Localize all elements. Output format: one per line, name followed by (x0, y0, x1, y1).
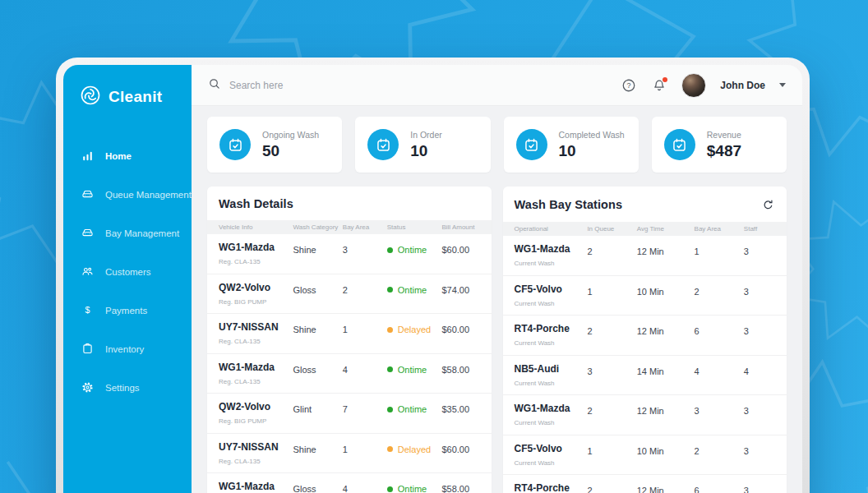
bill-amount: $35.00 (441, 401, 479, 414)
column-header: Wash Category (293, 223, 342, 231)
main-area: ? John Doe Ongoing Wa (192, 65, 802, 493)
wash-details-columns: Vehicle InfoWash CategoryBay AreaStatusB… (207, 220, 492, 234)
bay-area: 2 (695, 283, 744, 297)
status-dot (387, 366, 393, 372)
station-info: CF5-VolvoCurrent Wash (515, 283, 588, 307)
calendar-check-icon (664, 129, 695, 160)
bar-chart-icon (81, 149, 95, 163)
wash-bay-stations-card: Wash Bay Stations OperationalIn QueueAvg… (503, 187, 787, 493)
topbar: ? John Doe (192, 65, 802, 106)
sidebar-item-label: Settings (105, 383, 140, 393)
wash-category: Gloss (293, 362, 342, 375)
vehicle-info: UY7-NISSANReg. CLA-135 (219, 321, 293, 345)
sidebar-item-label: Bay Management (105, 228, 179, 238)
sidebar-item-settings[interactable]: Settings (63, 368, 192, 407)
topbar-actions: ? John Doe (621, 73, 786, 98)
status-dot (387, 287, 393, 293)
wash-category: Shine (293, 441, 342, 454)
column-header: Vehicle Info (219, 223, 293, 231)
staff: 3 (744, 482, 775, 493)
app-window: Cleanit HomeQueue ManagementBay Manageme… (56, 58, 810, 493)
chevron-down-icon[interactable] (779, 83, 786, 87)
search (208, 77, 621, 94)
sidebar-item-label: Queue Management (105, 190, 192, 200)
bill-amount: $58.00 (441, 481, 479, 493)
staff: 3 (744, 243, 775, 256)
in-queue: 2 (587, 403, 636, 416)
search-icon (208, 77, 221, 94)
table-row: RT4-PorcheCurrent Wash212 Min63 (503, 316, 787, 356)
station-info: WG1-MazdaCurrent Wash (515, 243, 588, 267)
help-icon[interactable]: ? (621, 77, 637, 94)
bill-amount: $60.00 (441, 321, 479, 334)
table-row: WG1-MazdaReg. CLA-135Gloss4Ontime$58.00 (207, 473, 492, 493)
sidebar-item-home[interactable]: Home (63, 136, 192, 175)
staff: 3 (744, 323, 775, 336)
vehicle-info: UY7-NISSANReg. CLA-135 (219, 441, 293, 465)
bay-area: 4 (343, 362, 387, 375)
column-header: Operational (515, 225, 588, 233)
bill-amount: $58.00 (441, 362, 479, 375)
refresh-icon[interactable] (760, 197, 775, 212)
stat-card-in-order: In Order10 (355, 117, 490, 173)
station-info: RT4-PorcheCurrent Wash (515, 482, 588, 493)
table-row: WG1-MazdaCurrent Wash212 Min33 (503, 395, 787, 435)
user-name: John Doe (720, 80, 765, 91)
status-badge: Ontime (387, 242, 442, 255)
search-input[interactable] (229, 80, 427, 91)
vehicle-info: QW2-VolvoReg. BIG PUMP (219, 282, 293, 306)
in-queue: 2 (587, 243, 636, 256)
sidebar-item-inventory[interactable]: Inventory (63, 329, 192, 368)
staff: 3 (744, 283, 775, 297)
in-queue: 3 (587, 363, 636, 376)
wash-bay-stations-columns: OperationalIn QueueAvg TimeBay AreaStaff (503, 222, 787, 236)
bell-icon[interactable] (651, 77, 667, 94)
sidebar-item-bay-management[interactable]: Bay Management (63, 214, 192, 252)
bay-area: 7 (343, 401, 387, 414)
status-badge: Delayed (387, 441, 442, 454)
avg-time: 12 Min (637, 403, 695, 416)
logo: Cleanit (63, 85, 192, 109)
swirl-logo-icon (80, 85, 101, 109)
user-avatar[interactable] (681, 73, 706, 98)
avg-time: 10 Min (637, 443, 695, 456)
status-badge: Ontime (387, 362, 442, 375)
svg-text:$: $ (85, 305, 90, 315)
car-icon (81, 226, 95, 240)
status-dot (387, 247, 393, 253)
stat-cards: Ongoing Wash50In Order10Completed Wash10… (207, 117, 787, 173)
stat-value: 50 (262, 142, 319, 160)
status-dot (387, 407, 393, 412)
wash-category: Gloss (293, 282, 342, 295)
sidebar-item-payments[interactable]: $Payments (63, 291, 192, 329)
station-info: RT4-PorcheCurrent Wash (515, 323, 588, 347)
column-header: Status (387, 223, 442, 231)
wash-category: Glint (293, 401, 342, 414)
logo-text: Cleanit (108, 88, 162, 106)
column-header: Bay Area (343, 223, 387, 231)
in-queue: 2 (587, 323, 636, 336)
sidebar-item-queue-management[interactable]: Queue Management (63, 175, 192, 214)
in-queue: 1 (587, 443, 636, 456)
stat-label: Completed Wash (559, 130, 625, 140)
avg-time: 10 Min (637, 283, 695, 297)
stat-card-revenue: Revenue$487 (652, 117, 787, 173)
bay-area: 6 (695, 482, 744, 493)
vehicle-info: WG1-MazdaReg. CLA-135 (219, 481, 293, 493)
stat-value: 10 (559, 142, 625, 160)
stat-value: $487 (707, 142, 741, 160)
bay-area: 2 (695, 443, 744, 456)
gear-icon (81, 380, 95, 394)
bay-area: 3 (343, 242, 387, 255)
app-frame: Cleanit HomeQueue ManagementBay Manageme… (63, 65, 802, 493)
table-row: CF5-VolvoCurrent Wash110 Min23 (503, 435, 787, 476)
staff: 3 (744, 443, 775, 456)
column-header: In Queue (587, 225, 636, 233)
table-row: NB5-AudiCurrent Wash314 Min44 (503, 356, 787, 396)
in-queue: 2 (587, 482, 636, 493)
wash-details-card: Wash Details Vehicle InfoWash CategoryBa… (207, 187, 492, 493)
column-header: Staff (744, 225, 775, 233)
sidebar-nav: HomeQueue ManagementBay ManagementCustom… (63, 136, 192, 407)
sidebar-item-customers[interactable]: Customers (63, 252, 192, 291)
sidebar-item-label: Customers (105, 267, 151, 277)
